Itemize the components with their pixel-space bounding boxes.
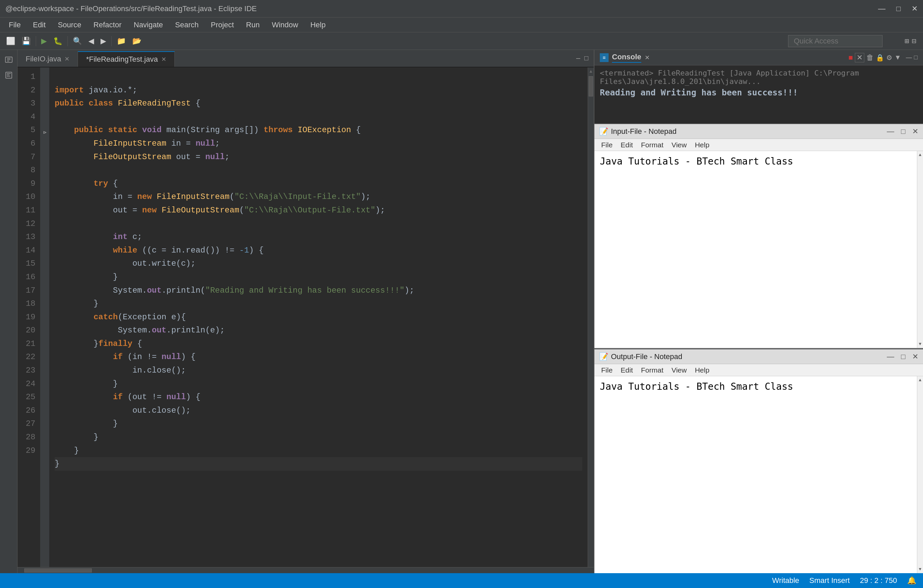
notepad-input-minimize-btn[interactable]: — (887, 127, 894, 136)
scroll-up-arrow[interactable]: ▲ (917, 151, 923, 159)
editor-scrollbar-h[interactable] (18, 567, 594, 573)
menu-edit[interactable]: Edit (28, 19, 50, 31)
line-19: System.out.println(e); (55, 326, 225, 335)
menu-search[interactable]: Search (170, 19, 204, 31)
scroll-lock-icon[interactable]: 🔒 (876, 54, 884, 62)
hscroll-thumb[interactable] (24, 568, 92, 573)
menu-window[interactable]: Window (267, 19, 303, 31)
line-12: int c; (55, 232, 142, 241)
console-icon: ≡ (600, 53, 609, 62)
console-settings-icon[interactable]: ⚙ (886, 54, 892, 62)
notepad-output-body[interactable]: Java Tutorials - BTech Smart Class (595, 376, 917, 573)
output-scroll-up-arrow[interactable]: ▲ (917, 376, 923, 384)
clear-console-icon[interactable]: 🗑 (866, 53, 874, 62)
search-toolbar-button[interactable]: 🔍 (70, 35, 85, 47)
menu-run[interactable]: Run (241, 19, 264, 31)
notepad-input-menubar: File Edit Format View Help (595, 139, 923, 151)
notepad-input-window: 📝 Input-File - Notepad — □ ✕ File Edit F… (595, 124, 923, 349)
line-20: }finally { (55, 339, 142, 348)
notepad-input-menu-file[interactable]: File (598, 140, 616, 150)
console-tab-close[interactable]: ✕ (645, 54, 650, 61)
menu-project[interactable]: Project (206, 19, 238, 31)
notepad-input-titlebar: 📝 Input-File - Notepad — □ ✕ (595, 124, 923, 139)
menu-navigate[interactable]: Navigate (129, 19, 168, 31)
scroll-down-arrow[interactable]: ▼ (917, 340, 923, 348)
menu-help[interactable]: Help (305, 19, 330, 31)
save-button[interactable]: 💾 (19, 35, 33, 47)
output-scroll-down-arrow[interactable]: ▼ (917, 565, 923, 573)
notepad-input-menu-edit[interactable]: Edit (618, 140, 636, 150)
toolbar-sep-1 (36, 36, 36, 46)
status-notification-icon[interactable]: 🔔 (907, 576, 916, 585)
tab-filereadingtest-close[interactable]: ✕ (161, 56, 166, 63)
open-res-button[interactable]: 📂 (130, 35, 144, 47)
console-maximize-icon[interactable]: □ (914, 54, 918, 61)
remove-terminated-icon[interactable]: ✕ (855, 53, 864, 62)
notepad-output-menu-view[interactable]: View (668, 365, 690, 375)
minimize-button[interactable]: — (878, 4, 885, 13)
debug-button[interactable]: 🐛 (51, 35, 65, 47)
scroll-arrow-up[interactable]: ▲ (588, 67, 594, 75)
annotation-gutter: ⊳ (41, 67, 49, 567)
open-perspective-icon[interactable]: ⊟ (912, 36, 916, 46)
line-5: FileInputStream in = null; (55, 139, 220, 148)
notepad-output-menu-help[interactable]: Help (691, 365, 713, 375)
editor-tab-controls: — □ (571, 50, 594, 67)
status-position[interactable]: 29 : 2 : 750 (860, 576, 897, 585)
tab-filereadingtest[interactable]: *FileReadingTest.java ✕ (78, 51, 175, 67)
line-13: while ((c = in.read()) != -1) { (55, 246, 263, 255)
editor-area: FileIO.java ✕ *FileReadingTest.java ✕ — … (18, 50, 594, 573)
menu-file[interactable]: File (4, 19, 25, 31)
notepad-input-body[interactable]: Java Tutorials - BTech Smart Class (595, 151, 917, 348)
notepad-input-content-area: Java Tutorials - BTech Smart Class ▲ ▼ (595, 151, 923, 348)
back-button[interactable]: ◀ (86, 35, 97, 47)
editor-scrollbar-v[interactable]: ▲ (588, 67, 594, 567)
terminate-icon[interactable]: ■ (848, 53, 853, 62)
close-button[interactable]: ✕ (912, 4, 918, 13)
quick-access-input[interactable] (788, 35, 882, 47)
notepad-output-maximize-btn[interactable]: □ (901, 352, 905, 361)
notepad-input-scrollbar[interactable]: ▲ ▼ (917, 151, 923, 348)
notepad-output-menu-edit[interactable]: Edit (618, 365, 636, 375)
notepad-output-minimize-btn[interactable]: — (887, 352, 894, 361)
status-insert-mode[interactable]: Smart Insert (809, 576, 850, 585)
perspectives-icon[interactable]: ⊞ (905, 36, 909, 46)
main-layout: FileIO.java ✕ *FileReadingTest.java ✕ — … (0, 50, 923, 573)
line-25: out.close(); (55, 406, 191, 415)
open-type-button[interactable]: 📁 (114, 35, 128, 47)
notepad-output-close-btn[interactable]: ✕ (912, 352, 918, 361)
notepad-input-close-btn[interactable]: ✕ (912, 127, 918, 136)
notepad-input-maximize-btn[interactable]: □ (901, 127, 905, 136)
console-dropdown-icon[interactable]: ▼ (894, 54, 901, 61)
sidebar-package-icon[interactable] (2, 53, 15, 66)
tab-fileio[interactable]: FileIO.java ✕ (18, 51, 78, 67)
new-button[interactable]: ⬜ (3, 35, 18, 47)
menu-source[interactable]: Source (53, 19, 86, 31)
maximize-button[interactable]: □ (896, 4, 901, 13)
notepad-input-menu-help[interactable]: Help (691, 140, 713, 150)
notepad-output-menu-format[interactable]: Format (637, 365, 667, 375)
breakpoint-indicator-4: ⊳ (41, 128, 49, 137)
notepad-input-menu-view[interactable]: View (668, 140, 690, 150)
run-button[interactable]: ▶ (38, 35, 49, 47)
code-content[interactable]: import java.io.*; public class FileReadi… (49, 67, 588, 567)
scroll-thumb[interactable] (589, 76, 593, 97)
line-1: import java.io.*; (55, 86, 137, 95)
console-controls: ■ ✕ 🗑 🔒 ⚙ ▼ — □ (848, 53, 918, 62)
sidebar-outline-icon[interactable] (2, 69, 15, 82)
tab-fileio-close[interactable]: ✕ (64, 55, 69, 63)
title-text: @eclipse-workspace - FileOperations/src/… (5, 4, 878, 13)
status-writable[interactable]: Writable (772, 576, 799, 585)
editor-maximize-icon[interactable]: □ (582, 55, 590, 62)
console-panel: ≡ Console ✕ ■ ✕ 🗑 🔒 ⚙ ▼ — □ <terminated>… (595, 50, 923, 124)
forward-button[interactable]: ▶ (98, 35, 109, 47)
notepad-input-menu-format[interactable]: Format (637, 140, 667, 150)
console-minimize-icon[interactable]: — (906, 54, 912, 61)
notepad-output-menu-file[interactable]: File (598, 365, 616, 375)
toolbar-right-icons: ⊞ ⊟ (905, 36, 916, 46)
notepad-output-scrollbar[interactable]: ▲ ▼ (917, 376, 923, 573)
editor-minimize-icon[interactable]: — (574, 55, 582, 62)
menu-refactor[interactable]: Refactor (89, 19, 126, 31)
console-tab-label[interactable]: Console (612, 52, 641, 63)
line-2: public class FileReadingTest { (55, 99, 200, 108)
